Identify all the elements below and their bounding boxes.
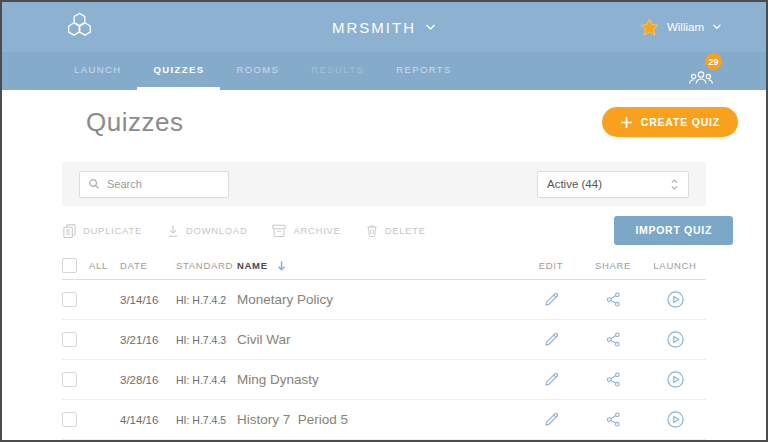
share-icon bbox=[605, 291, 622, 308]
row-checkbox[interactable] bbox=[62, 292, 77, 307]
updown-chevrons-icon bbox=[670, 178, 679, 191]
name-header[interactable]: NAME bbox=[237, 260, 520, 272]
launch-quiz-button[interactable] bbox=[666, 370, 685, 389]
tab-results-label: RESULTS bbox=[311, 64, 364, 75]
delete-button[interactable]: DELETE bbox=[365, 223, 426, 238]
plus-icon bbox=[620, 116, 633, 129]
edit-quiz-button[interactable] bbox=[543, 291, 560, 308]
tab-reports[interactable]: REPORTS bbox=[380, 52, 468, 90]
top-header: MRSMITH William bbox=[2, 2, 766, 52]
all-header-label: ALL bbox=[89, 260, 108, 271]
tab-launch-label: LAUNCH bbox=[74, 64, 121, 75]
actions-toolbar: DUPLICATE DOWNLOAD ARCHIVE bbox=[62, 214, 733, 246]
tab-results[interactable]: RESULTS bbox=[295, 52, 380, 90]
share-icon bbox=[605, 371, 622, 388]
class-roster-button[interactable]: 29 bbox=[688, 52, 722, 90]
pencil-icon bbox=[543, 411, 560, 428]
tab-quizzes-label: QUIZZES bbox=[153, 64, 204, 75]
share-icon bbox=[605, 411, 622, 428]
quiz-name[interactable]: Civil War bbox=[237, 332, 520, 347]
quiz-name[interactable]: History 7 Period 5 bbox=[237, 412, 520, 427]
user-menu[interactable]: William bbox=[640, 2, 722, 52]
play-circle-icon bbox=[666, 370, 685, 389]
play-circle-icon bbox=[666, 330, 685, 349]
create-quiz-button[interactable]: CREATE QUIZ bbox=[602, 107, 738, 137]
status-filter-dropdown[interactable]: Active (44) bbox=[537, 171, 689, 198]
quiz-table: ALL DATE STANDARD NAME EDIT SHARE LAUNCH… bbox=[62, 252, 706, 442]
table-row: 3/14/16 HI: H.7.4.2 Monetary Policy bbox=[62, 280, 706, 320]
import-quiz-button[interactable]: IMPORT QUIZ bbox=[614, 216, 733, 245]
search-icon bbox=[88, 177, 100, 191]
status-filter-value: Active (44) bbox=[547, 178, 602, 190]
select-all-checkbox[interactable] bbox=[62, 258, 77, 273]
play-circle-icon bbox=[666, 290, 685, 309]
class-people-icon bbox=[688, 66, 714, 88]
edit-quiz-button[interactable] bbox=[543, 331, 560, 348]
main-nav: LAUNCH QUIZZES ROOMS RESULTS REPORTS 29 bbox=[2, 52, 766, 90]
quiz-standard: HI: H.7.4.4 bbox=[176, 374, 237, 386]
tab-quizzes[interactable]: QUIZZES bbox=[137, 52, 220, 90]
header-select-all: ALL bbox=[62, 258, 120, 273]
edit-header: EDIT bbox=[520, 260, 582, 271]
quiz-date: 3/21/16 bbox=[120, 334, 176, 346]
standard-header[interactable]: STANDARD bbox=[176, 260, 237, 271]
share-quiz-button[interactable] bbox=[605, 331, 622, 348]
launch-quiz-button[interactable] bbox=[666, 290, 685, 309]
search-input[interactable] bbox=[107, 178, 220, 190]
date-header[interactable]: DATE bbox=[120, 260, 176, 271]
edit-quiz-button[interactable] bbox=[543, 371, 560, 388]
share-icon bbox=[605, 331, 622, 348]
launch-quiz-button[interactable] bbox=[666, 410, 685, 429]
quiz-name[interactable]: Monetary Policy bbox=[237, 292, 520, 307]
share-quiz-button[interactable] bbox=[605, 371, 622, 388]
tab-rooms-label: ROOMS bbox=[236, 64, 279, 75]
table-header-row: ALL DATE STANDARD NAME EDIT SHARE LAUNCH bbox=[62, 252, 706, 280]
app-logo-icon[interactable] bbox=[64, 12, 94, 42]
room-name-menu[interactable]: MRSMITH bbox=[332, 19, 436, 36]
launch-quiz-button[interactable] bbox=[666, 330, 685, 349]
pencil-icon bbox=[543, 291, 560, 308]
bulk-actions: DUPLICATE DOWNLOAD ARCHIVE bbox=[62, 223, 426, 238]
share-quiz-button[interactable] bbox=[605, 291, 622, 308]
pencil-icon bbox=[543, 371, 560, 388]
tab-reports-label: REPORTS bbox=[396, 64, 452, 75]
row-checkbox[interactable] bbox=[62, 332, 77, 347]
chevron-down-icon bbox=[712, 24, 722, 30]
download-button[interactable]: DOWNLOAD bbox=[166, 223, 248, 238]
search-box[interactable] bbox=[79, 171, 229, 198]
archive-icon bbox=[271, 223, 287, 238]
app-window: MRSMITH William LAUNCH QUIZZES ROOMS RES… bbox=[0, 0, 768, 442]
quiz-standard: HI: H.7.4.2 bbox=[176, 294, 237, 306]
launch-header: LAUNCH bbox=[644, 260, 706, 271]
tab-launch[interactable]: LAUNCH bbox=[58, 52, 137, 90]
room-name-label: MRSMITH bbox=[332, 19, 416, 36]
quiz-name[interactable]: Ming Dynasty bbox=[237, 372, 520, 387]
table-row: 3/28/16 HI: H.7.4.4 Ming Dynasty bbox=[62, 360, 706, 400]
archive-label: ARCHIVE bbox=[293, 225, 340, 236]
tab-rooms[interactable]: ROOMS bbox=[220, 52, 295, 90]
trash-icon bbox=[365, 223, 379, 238]
edit-quiz-button[interactable] bbox=[543, 411, 560, 428]
share-quiz-button[interactable] bbox=[605, 411, 622, 428]
table-row: 4/14/16 HI: H.7.4.5 History 7 Period 5 bbox=[62, 400, 706, 440]
archive-button[interactable]: ARCHIVE bbox=[271, 223, 340, 238]
quiz-date: 3/14/16 bbox=[120, 294, 176, 306]
page-title: Quizzes bbox=[86, 107, 183, 138]
row-checkbox[interactable] bbox=[62, 412, 77, 427]
sort-desc-icon bbox=[276, 260, 287, 272]
quiz-standard: HI: H.7.4.3 bbox=[176, 334, 237, 346]
page-header: Quizzes CREATE QUIZ bbox=[86, 106, 738, 138]
pencil-icon bbox=[543, 331, 560, 348]
quiz-date: 3/28/16 bbox=[120, 374, 176, 386]
quiz-date: 4/14/16 bbox=[120, 414, 176, 426]
user-name-label: William bbox=[667, 21, 704, 33]
quiz-standard: HI: H.7.4.5 bbox=[176, 414, 237, 426]
duplicate-button[interactable]: DUPLICATE bbox=[62, 223, 142, 238]
duplicate-label: DUPLICATE bbox=[83, 225, 142, 236]
name-header-label: NAME bbox=[237, 260, 268, 271]
download-icon bbox=[166, 223, 180, 238]
row-checkbox[interactable] bbox=[62, 372, 77, 387]
filter-bar: Active (44) bbox=[62, 162, 706, 206]
duplicate-icon bbox=[62, 223, 77, 238]
share-header: SHARE bbox=[582, 260, 644, 271]
